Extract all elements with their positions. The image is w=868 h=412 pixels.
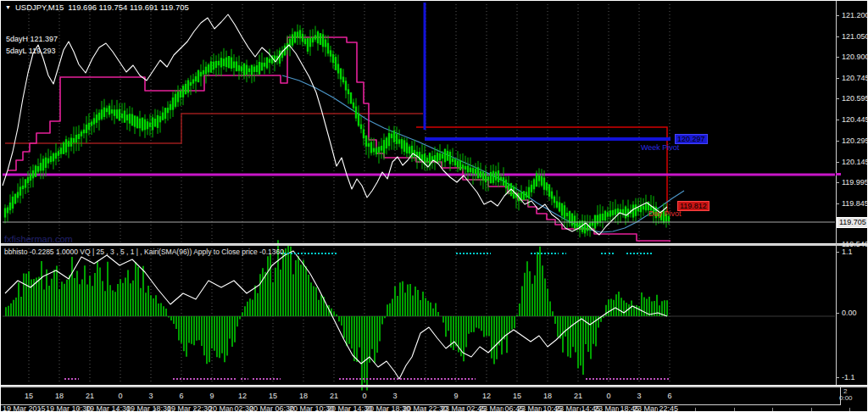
date-label: 20 Mar 02:30 (209, 404, 253, 412)
hour-label: 21 (86, 392, 94, 400)
indicator-tick-mark (836, 313, 839, 314)
hour-label: 0 (606, 392, 610, 400)
corner-text-bottom: 0:00 (839, 395, 853, 402)
indicator-tick-label: -1.1 (842, 373, 855, 381)
hour-label: 18 (55, 392, 64, 400)
date-separator-tick (387, 408, 387, 412)
hour-label: 12 (238, 392, 247, 400)
date-separator-tick (618, 408, 619, 412)
price-tick-mark (836, 141, 839, 142)
price-tick-mark (836, 120, 839, 120)
date-separator-tick (232, 408, 233, 412)
hour-label: 3 (392, 392, 397, 400)
date-separator-tick (309, 408, 310, 412)
day-pivot-price-tag: 119.812 (677, 201, 709, 211)
five-day-high-label: 5dayH 121.397 (6, 35, 58, 43)
price-tick-label: 120.595 (842, 94, 868, 103)
price-tick-mark (836, 98, 839, 99)
week-pivot-price-tag: 120.297 (675, 134, 708, 144)
price-tick-mark (836, 15, 839, 16)
date-label: 23 Mar 22:45 (633, 404, 678, 412)
hour-label: 18 (299, 392, 308, 400)
price-tick-label: 120.745 (842, 74, 868, 82)
date-separator-tick (194, 408, 195, 412)
hour-label: 18 (543, 392, 552, 400)
mt4-chart-window: ▼ USDJPY,M15 119.696 119.754 119.691 119… (0, 0, 868, 412)
price-tick-label: 121.050 (842, 32, 868, 41)
current-price-tag: 119.705 (837, 217, 868, 228)
hour-label: 9 (453, 392, 458, 400)
hour-label: 12 (482, 392, 491, 400)
price-tick-label: 121.200 (842, 11, 868, 19)
hour-label: 3 (148, 392, 153, 400)
price-tick-mark (836, 162, 839, 163)
date-separator-tick (271, 408, 272, 412)
date-separator-tick (695, 408, 696, 412)
watermark: fxfisherman.com (4, 235, 73, 243)
date-separator-tick (734, 408, 735, 412)
indicator-tick-label: 0.00 (842, 309, 857, 317)
price-tick-label: 120.900 (842, 53, 868, 61)
indicator-tick-mark (836, 377, 839, 378)
hour-label: 15 (269, 392, 277, 400)
five-day-low-label: 5dayL 119.293 (6, 47, 56, 55)
date-separator-tick (849, 408, 850, 412)
indicator-tick-mark (836, 252, 839, 253)
week-pivot-label: Week Pivot (641, 143, 679, 152)
date-separator-tick (772, 408, 773, 412)
symbol-period-label: USDJPY,M15 (15, 3, 64, 12)
date-separator-tick (657, 408, 658, 412)
hour-label: 0 (362, 392, 366, 400)
time-axis-splitter (1, 385, 868, 387)
price-tick-label: 120.445 (842, 115, 868, 124)
date-separator-tick (426, 408, 426, 412)
hour-label: 15 (513, 392, 521, 400)
date-separator-tick (78, 408, 79, 412)
price-tick-mark (836, 78, 839, 79)
price-tick-mark (836, 57, 839, 58)
hour-label: 6 (179, 392, 183, 400)
date-separator-tick (811, 408, 812, 412)
date-label: 19 Mar 22:30 (167, 404, 212, 412)
day-pivot-label: Day Pivot (648, 209, 682, 218)
panel-splitter[interactable] (1, 243, 868, 246)
hour-label: 0 (118, 392, 122, 400)
price-tick-mark (836, 36, 839, 37)
hour-label: 21 (574, 392, 582, 400)
date-label: 19 Mar 2015 (3, 404, 46, 412)
hour-label: 3 (637, 392, 641, 400)
chart-title-bar: ▼ USDJPY,M15 119.696 119.754 119.691 119… (5, 3, 189, 12)
hour-label: 21 (330, 392, 338, 400)
date-separator-tick (155, 408, 156, 412)
indicator-tick-label: 1.1 (842, 248, 853, 256)
date-separator-tick (117, 408, 118, 412)
ohlc-quote-label: 119.696 119.754 119.691 119.705 (68, 3, 188, 12)
date-separator-tick (503, 408, 504, 412)
indicator-header: bbhisto -0.2285 1.0000 VQ | 25 , 3 , 5 ,… (4, 248, 284, 256)
price-scale-border (836, 1, 837, 385)
price-tick-label: 119.845 (842, 199, 868, 208)
date-separator-tick (40, 408, 41, 412)
price-tick-label: 120.295 (842, 136, 868, 145)
date-label: 19 Mar 18:30 (126, 404, 171, 412)
date-label: 19 Mar 14:30 (86, 404, 131, 412)
chart-canvas[interactable] (1, 1, 868, 412)
hour-label: 15 (25, 392, 33, 400)
violet-line-axis-mark (836, 173, 841, 175)
date-separator-tick (464, 408, 465, 412)
date-separator-tick (580, 408, 581, 412)
hour-label: 6 (667, 392, 671, 400)
date-separator-tick (348, 408, 349, 412)
chart-menu-arrow-icon: ▼ (5, 3, 11, 12)
price-tick-label: 119.995 (842, 178, 868, 187)
price-tick-mark (836, 244, 839, 245)
price-tick-mark (836, 182, 839, 183)
price-tick-mark (836, 203, 839, 204)
date-label: 19 Mar 10:30 (46, 404, 91, 412)
hour-label: 9 (209, 392, 214, 400)
date-separator-tick (541, 408, 542, 412)
price-tick-label: 120.145 (842, 158, 868, 166)
